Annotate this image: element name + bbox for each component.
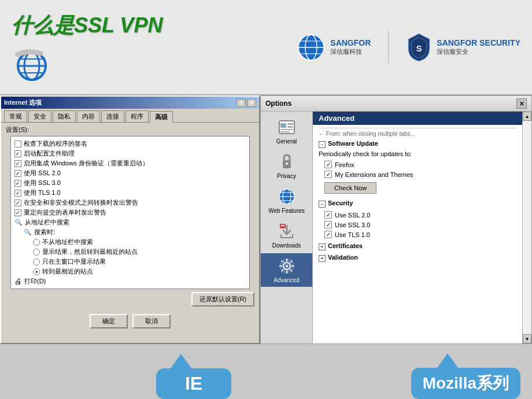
ie-bubble-body: IE — [156, 368, 231, 399]
ie-tab-content[interactable]: 内容 — [77, 110, 100, 122]
ie-checkbox-config[interactable] — [14, 150, 21, 157]
ie-buttons-row: 确定 取消 — [1, 309, 259, 333]
ff-checkbox-firefox[interactable] — [324, 161, 332, 168]
ie-settings-label: 设置(S): — [1, 123, 259, 136]
list-item: 使用 SSL 2.0 — [14, 168, 246, 178]
callout-mozilla-label: Mozilla系列 — [423, 374, 509, 393]
ff-collapse-software-icon[interactable]: − — [319, 141, 326, 148]
ff-nav-downloads-label: Downloads — [272, 242, 301, 249]
list-item: 显示结果，然后转到最相近的站点 — [14, 247, 246, 257]
ie-dialog-titlebar: Internet 选项 ? ✕ — [1, 97, 259, 109]
ie-checkbox-sign[interactable] — [14, 141, 21, 147]
ie-tab-security[interactable]: 安全 — [28, 110, 51, 122]
list-item: 使用 TLS 1.0 — [14, 188, 246, 198]
ff-dialog-title: Options — [265, 99, 291, 108]
ff-titlebar: Options ✕ — [261, 96, 531, 112]
list-item: 重定向提交的表单时发出警告 — [14, 208, 246, 217]
list-item: 启用集成 Windows 身份验证（需要重启动） — [14, 158, 246, 168]
ff-checkbox-tls1[interactable] — [324, 231, 332, 238]
ff-checkbox-ssl3[interactable] — [324, 221, 332, 228]
ff-checkbox-tls1-row: Use TLS 1.0 — [324, 230, 516, 239]
ff-scroll-up-btn[interactable]: ▲ — [523, 112, 531, 121]
ff-nav-downloads[interactable]: Downloads — [261, 219, 312, 252]
list-item: 检查下载的程序的签名 — [14, 139, 246, 149]
ie-radio-no-search[interactable] — [33, 239, 40, 246]
ff-nav-privacy[interactable]: Privacy — [261, 149, 312, 183]
ff-group-header-security: − Security — [319, 200, 516, 208]
ff-expand-validation-icon[interactable]: + — [319, 255, 326, 262]
svg-rect-14 — [287, 123, 293, 125]
ff-nav-general-label: General — [276, 138, 297, 145]
ff-body: General Privacy — [261, 112, 531, 343]
downloads-icon — [278, 222, 296, 241]
ff-extensions-label: My Extensions and Themes — [335, 171, 413, 178]
ie-tab-programs[interactable]: 程序 — [125, 110, 149, 122]
sangfor-security-text: SANGFOR SECURITY 深信服安全 — [437, 38, 520, 56]
ie-checkbox-ssl3[interactable] — [14, 180, 21, 187]
ie-tab-general[interactable]: 常规 — [4, 110, 27, 122]
ff-group-validation: + Validation — [319, 254, 516, 263]
sangfor-text: SANGFOR 深信服科技 — [330, 38, 371, 56]
ff-nav-privacy-label: Privacy — [277, 173, 296, 179]
ff-main-content[interactable]: Advanced ← From: when closing multiple t… — [313, 112, 522, 343]
list-item: 只在主窗口中显示结果 — [14, 257, 246, 267]
logo-divider — [388, 31, 389, 63]
ff-group-software-update: − Software Update Periodically check for… — [319, 140, 516, 197]
ff-expand-certs-icon[interactable]: + — [319, 243, 326, 250]
sangfor-globe-icon — [297, 33, 326, 62]
ie-help-btn[interactable]: ? — [237, 99, 246, 107]
callout-ie-label: IE — [185, 373, 202, 394]
ie-checkbox-ssl2[interactable] — [14, 170, 21, 177]
ff-close-btn[interactable]: ✕ — [516, 98, 527, 109]
ff-nav-web-features-label: Web Features — [268, 208, 305, 214]
ff-scrollbar[interactable]: ▲ ▼ — [522, 112, 531, 343]
ff-group-certificates: + Certificates — [319, 242, 516, 251]
list-item: 使用 SSL 3.0 — [14, 178, 246, 188]
main-content: Internet 选项 ? ✕ 常规 安全 隐私 内容 连接 程序 高级 设置(… — [0, 95, 532, 344]
ie-content-area[interactable]: 检查下载的程序的签名 启动配置文件助理 启用集成 Windows 身份验证（需要… — [10, 136, 250, 289]
ie-checkbox-windows-auth[interactable] — [14, 160, 21, 167]
svg-rect-16 — [280, 129, 293, 130]
svg-text:S: S — [416, 43, 422, 53]
ff-group-header-validation: + Validation — [319, 254, 516, 263]
ff-check-now-btn[interactable]: Check Now — [324, 182, 376, 194]
mozilla-bubble-body: Mozilla系列 — [411, 368, 520, 399]
ff-nav-web-features[interactable]: Web Features — [261, 184, 312, 217]
callout-mozilla-container: Mozilla系列 — [411, 353, 520, 399]
ff-group-security: − Security Use SSL 2.0 Use SSL 3.0 — [319, 200, 516, 239]
ie-tab-connection[interactable]: 连接 — [101, 110, 124, 122]
ff-sidebar: General Privacy — [261, 112, 313, 343]
ie-checkbox-warn-mode[interactable] — [14, 200, 21, 206]
ie-restore-btn[interactable]: 还原默认设置(R) — [191, 292, 254, 306]
ie-close-btn[interactable]: ✕ — [247, 99, 256, 107]
ff-dialog: Options ✕ — [260, 95, 532, 344]
ff-checkbox-ssl2[interactable] — [324, 211, 332, 219]
ff-nav-advanced[interactable]: Advanced — [261, 253, 312, 287]
ie-radio-nearest[interactable] — [33, 268, 40, 275]
list-item: 转到最相近的站点 — [14, 267, 246, 276]
ff-content-area: ← From: when closing multiple tabs... − … — [313, 125, 522, 268]
list-item: 🖨 打印(D) — [14, 276, 246, 286]
ie-checkbox-warn-redirect[interactable] — [14, 209, 21, 216]
advanced-icon — [278, 257, 296, 275]
ie-logo-icon — [12, 43, 52, 83]
ie-tab-advanced[interactable]: 高级 — [150, 111, 173, 123]
ff-collapse-security-icon[interactable]: − — [319, 201, 326, 208]
ie-ok-btn[interactable]: 确定 — [90, 314, 128, 328]
svg-rect-17 — [280, 131, 290, 132]
logos-area: SANGFOR 深信服科技 S SANGFOR SECURITY 深信服安全 — [297, 31, 520, 63]
mozilla-bubble-arrow — [437, 353, 458, 368]
sangfor-shield-icon: S — [406, 33, 432, 62]
ff-checkbox-extensions[interactable] — [324, 171, 332, 178]
ie-cancel-btn[interactable]: 取消 — [132, 314, 171, 328]
ff-nav-general[interactable]: General — [261, 114, 312, 148]
page-title: 什么是SSL VPN — [12, 12, 162, 40]
ie-radio-main-window[interactable] — [33, 258, 40, 265]
ie-content-inner: 检查下载的程序的签名 启动配置文件助理 启用集成 Windows 身份验证（需要… — [11, 136, 249, 289]
ie-checkbox-tls1[interactable] — [14, 190, 21, 197]
svg-point-30 — [286, 265, 288, 267]
ie-tab-privacy[interactable]: 隐私 — [53, 110, 76, 122]
bottom-area: OK Cancel IE Mozilla系列 — [0, 344, 532, 399]
ie-radio-show-results[interactable] — [33, 249, 40, 256]
ff-scroll-down-btn[interactable]: ▼ — [523, 334, 531, 343]
